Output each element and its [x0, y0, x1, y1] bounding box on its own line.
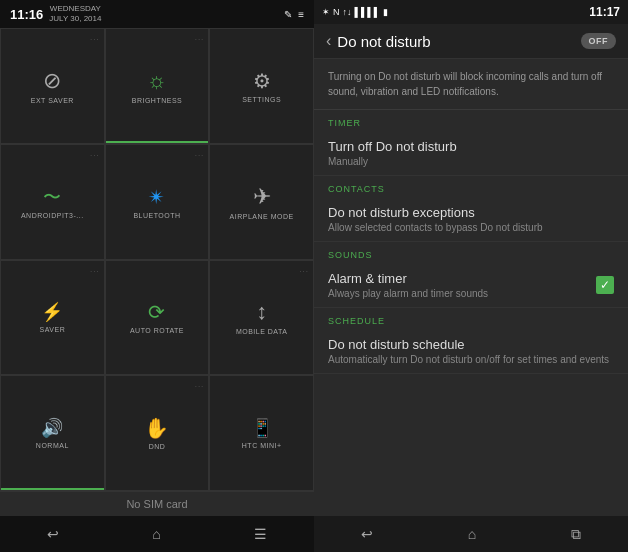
- tile-wifi[interactable]: 〜 AndroidPIT3-... ...: [0, 144, 105, 260]
- dnd-label: DND: [149, 443, 166, 450]
- no-sim-text: No SIM card: [126, 498, 187, 510]
- airplane-label: AIRPLANE MODE: [230, 213, 294, 220]
- left-status-icons: ✎ ≡: [284, 9, 304, 20]
- bluetooth-icon: ✴: [148, 185, 165, 209]
- airplane-icon: ✈: [253, 184, 271, 210]
- tile-mobiledata[interactable]: ↕ MOBILE DATA ...: [209, 260, 314, 376]
- ext-saver-label: EXT SAVER: [31, 97, 74, 104]
- quick-tiles-grid: ⊘ EXT SAVER ... ☼ BRIGHTNESS ... ⚙ SETTI…: [0, 28, 314, 491]
- right-panel: ✶ N ↑↓ ▌▌▌▌ ▮ 11:17 ‹ Do not disturb OFF…: [314, 0, 628, 552]
- left-date-line1: WEDNESDAY: [49, 4, 101, 14]
- setting-turn-off-dnd-text: Turn off Do not disturb Manually: [328, 139, 457, 167]
- setting-dnd-exceptions-subtitle: Allow selected contacts to bypass Do not…: [328, 222, 543, 233]
- tile-normal[interactable]: 🔊 NORMAL: [0, 375, 105, 491]
- right-bottom-nav: ↩ ⌂ ⧉: [314, 516, 628, 552]
- setting-dnd-schedule[interactable]: Do not disturb schedule Automatically tu…: [314, 329, 628, 374]
- wifi-dots: ...: [90, 149, 100, 158]
- tile-airplane[interactable]: ✈ AIRPLANE MODE: [209, 144, 314, 260]
- left-date-line2: JULY 30, 2014: [49, 14, 101, 24]
- saver-label: SAVER: [39, 326, 65, 333]
- normal-bar: [1, 488, 104, 490]
- autorotate-label: AUTO ROTATE: [130, 327, 184, 334]
- setting-turn-off-dnd-subtitle: Manually: [328, 156, 457, 167]
- htcmini-icon: 📱: [251, 417, 273, 439]
- setting-dnd-exceptions[interactable]: Do not disturb exceptions Allow selected…: [314, 197, 628, 242]
- right-home-button[interactable]: ⌂: [468, 526, 476, 542]
- normal-label: NORMAL: [36, 442, 69, 449]
- wifi-label: AndroidPIT3-...: [21, 212, 84, 219]
- setting-turn-off-dnd-title: Turn off Do not disturb: [328, 139, 457, 154]
- settings-list: TIMER Turn off Do not disturb Manually C…: [314, 110, 628, 516]
- edit-icon: ✎: [284, 9, 292, 20]
- left-panel: 11:16 WEDNESDAY JULY 30, 2014 ✎ ≡ ⊘ EXT …: [0, 0, 314, 552]
- alarm-checkbox[interactable]: ✓: [596, 276, 614, 294]
- settings-label: SETTINGS: [242, 96, 281, 103]
- dnd-dots: ...: [195, 380, 205, 389]
- brightness-bar: [106, 141, 209, 143]
- mobiledata-label: MOBILE DATA: [236, 328, 288, 335]
- wifi-icon: 〜: [43, 185, 61, 209]
- left-menu-button[interactable]: ☰: [254, 526, 267, 542]
- tile-bluetooth[interactable]: ✴ BLUETOOTH ...: [105, 144, 210, 260]
- dnd-icon: ✋: [144, 416, 169, 440]
- saver-icon: ⚡: [41, 301, 63, 323]
- tile-htcmini[interactable]: 📱 HTC MINI+: [209, 375, 314, 491]
- data-status-icon: ↑↓: [343, 7, 352, 17]
- setting-schedule-text: Do not disturb schedule Automatically tu…: [328, 337, 609, 365]
- right-header: ‹ Do not disturb OFF: [314, 24, 628, 59]
- autorotate-icon: ⟳: [148, 300, 165, 324]
- mobiledata-icon: ↕: [256, 299, 267, 325]
- bluetooth-status-icon: ✶: [322, 7, 330, 17]
- no-sim-bar: No SIM card: [0, 491, 314, 516]
- setting-dnd-exceptions-title: Do not disturb exceptions: [328, 205, 543, 220]
- bluetooth-dots: ...: [195, 149, 205, 158]
- bluetooth-label: BLUETOOTH: [133, 212, 180, 219]
- brightness-dots: ...: [195, 33, 205, 42]
- dnd-toggle[interactable]: OFF: [581, 33, 617, 49]
- right-recent-button[interactable]: ⧉: [571, 526, 581, 543]
- signal-status-icon: ▌▌▌▌: [355, 7, 381, 17]
- setting-schedule-title: Do not disturb schedule: [328, 337, 609, 352]
- right-status-icons: ✶ N ↑↓ ▌▌▌▌ ▮: [322, 7, 388, 17]
- setting-dnd-exceptions-text: Do not disturb exceptions Allow selected…: [328, 205, 543, 233]
- nfc-status-icon: N: [333, 7, 340, 17]
- dnd-description: Turning on Do not disturb will block inc…: [314, 59, 628, 110]
- saver-dots: ...: [90, 265, 100, 274]
- section-header-schedule: SCHEDULE: [314, 308, 628, 329]
- tile-dnd[interactable]: ✋ DND ...: [105, 375, 210, 491]
- mobiledata-dots: ...: [299, 265, 309, 274]
- section-header-sounds: SOUNDS: [314, 242, 628, 263]
- section-header-timer: TIMER: [314, 110, 628, 131]
- normal-icon: 🔊: [41, 417, 63, 439]
- tile-ext-saver[interactable]: ⊘ EXT SAVER ...: [0, 28, 105, 144]
- left-home-button[interactable]: ⌂: [152, 526, 160, 542]
- left-time: 11:16: [10, 7, 43, 22]
- right-back-button[interactable]: ↩: [361, 526, 373, 542]
- tile-autorotate[interactable]: ⟳ AUTO ROTATE: [105, 260, 210, 376]
- ext-saver-dots: ...: [90, 33, 100, 42]
- ext-saver-icon: ⊘: [43, 68, 61, 94]
- tile-settings[interactable]: ⚙ SETTINGS: [209, 28, 314, 144]
- battery-status-icon: ▮: [383, 7, 388, 17]
- brightness-icon: ☼: [147, 68, 167, 94]
- brightness-label: BRIGHTNESS: [132, 97, 183, 104]
- setting-alarm-timer[interactable]: Alarm & timer Always play alarm and time…: [314, 263, 628, 308]
- tile-saver[interactable]: ⚡ SAVER ...: [0, 260, 105, 376]
- tile-brightness[interactable]: ☼ BRIGHTNESS ...: [105, 28, 210, 144]
- settings-icon: ⚙: [253, 69, 271, 93]
- menu-icon: ≡: [298, 9, 304, 20]
- setting-turn-off-dnd[interactable]: Turn off Do not disturb Manually: [314, 131, 628, 176]
- right-status-bar: ✶ N ↑↓ ▌▌▌▌ ▮ 11:17: [314, 0, 628, 24]
- right-time: 11:17: [589, 5, 620, 19]
- back-button[interactable]: ‹: [326, 32, 331, 50]
- setting-alarm-subtitle: Always play alarm and timer sounds: [328, 288, 488, 299]
- left-back-button[interactable]: ↩: [47, 526, 59, 542]
- page-title: Do not disturb: [337, 33, 430, 50]
- left-status-bar: 11:16 WEDNESDAY JULY 30, 2014 ✎ ≡: [0, 0, 314, 28]
- setting-alarm-title: Alarm & timer: [328, 271, 488, 286]
- section-header-contacts: CONTACTS: [314, 176, 628, 197]
- left-bottom-nav: ↩ ⌂ ☰: [0, 516, 314, 552]
- setting-alarm-text: Alarm & timer Always play alarm and time…: [328, 271, 488, 299]
- setting-schedule-subtitle: Automatically turn Do not disturb on/off…: [328, 354, 609, 365]
- htcmini-label: HTC MINI+: [242, 442, 282, 449]
